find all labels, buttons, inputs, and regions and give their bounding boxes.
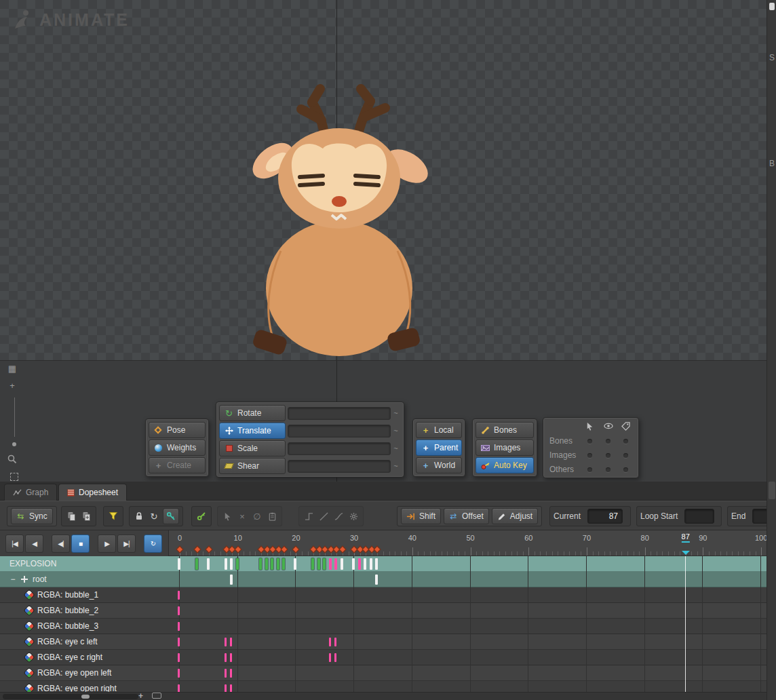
zoom-slider-handle[interactable] bbox=[12, 442, 16, 446]
lock-icon[interactable] bbox=[133, 510, 145, 522]
key-icon[interactable] bbox=[163, 508, 179, 524]
others-label-toggle[interactable] bbox=[623, 467, 628, 472]
keyframe[interactable] bbox=[236, 558, 239, 570]
current-frame-marker[interactable] bbox=[682, 551, 690, 555]
translate-tool-button[interactable]: Translate bbox=[219, 423, 286, 439]
track-row-explosion[interactable]: EXPLOSION bbox=[0, 556, 767, 572]
zoom-slider[interactable] bbox=[14, 397, 15, 437]
loop-button[interactable]: ↻ bbox=[144, 534, 162, 553]
rotate-tool-button[interactable]: ↻ Rotate bbox=[219, 405, 286, 421]
translate-curve-icon[interactable]: ~ bbox=[391, 427, 401, 435]
track-row-rgba-eye-c-left[interactable]: RGBA: eye c left bbox=[0, 634, 767, 650]
character-deer[interactable] bbox=[224, 78, 454, 363]
shear-tool-button[interactable]: Shear bbox=[219, 458, 286, 474]
tab-graph[interactable]: Graph bbox=[4, 484, 57, 501]
loop-start-field[interactable] bbox=[684, 509, 714, 524]
play-button[interactable]: ▶ bbox=[98, 534, 116, 553]
keyframe[interactable] bbox=[352, 558, 355, 570]
tab-dopesheet[interactable]: Dopesheet bbox=[58, 484, 127, 501]
shear-curve-icon[interactable]: ~ bbox=[391, 462, 401, 470]
select-images-button[interactable]: Images bbox=[476, 440, 534, 456]
select-cursor-icon[interactable] bbox=[221, 510, 233, 522]
delete-icon[interactable]: × bbox=[236, 510, 248, 522]
offset-button[interactable]: ⇄ Offset bbox=[444, 508, 489, 524]
grid-settings-icon[interactable]: ▦ bbox=[7, 364, 18, 374]
keyframe[interactable] bbox=[311, 558, 314, 570]
key-green-icon[interactable] bbox=[195, 510, 208, 522]
keyframe[interactable] bbox=[230, 684, 232, 692]
keyframe[interactable] bbox=[334, 558, 337, 570]
cycle-icon[interactable]: ↻ bbox=[148, 510, 160, 522]
keyframe[interactable] bbox=[259, 558, 262, 570]
keyframe[interactable] bbox=[329, 558, 332, 570]
images-visible-toggle[interactable] bbox=[606, 453, 610, 458]
track-row-rgba-bubble-1[interactable]: RGBA: bubble_1 bbox=[0, 587, 767, 603]
weights-button[interactable]: Weights bbox=[149, 440, 206, 456]
hscroll-thumb[interactable] bbox=[81, 695, 90, 699]
current-frame-field[interactable]: 87 bbox=[587, 509, 623, 524]
shift-button[interactable]: Shift bbox=[401, 508, 441, 524]
copy-icon[interactable] bbox=[65, 510, 77, 522]
local-axes-button[interactable]: + Local bbox=[416, 422, 462, 438]
bones-visible-toggle[interactable] bbox=[606, 439, 610, 444]
keyframe[interactable] bbox=[334, 638, 336, 646]
track-row-rgba-eye-open-left[interactable]: RGBA: eye open left bbox=[0, 665, 767, 681]
keyframe[interactable] bbox=[329, 653, 331, 662]
rotate-value-track[interactable] bbox=[288, 407, 391, 420]
cursor-icon[interactable] bbox=[585, 421, 595, 431]
adjust-button[interactable]: Adjust bbox=[492, 508, 538, 524]
keyframe[interactable] bbox=[195, 558, 198, 570]
keyframe[interactable] bbox=[225, 669, 227, 678]
keyframe[interactable] bbox=[178, 638, 180, 646]
timeline-fit-icon[interactable] bbox=[152, 693, 161, 699]
sync-button[interactable]: ⇆ Sync bbox=[11, 508, 53, 524]
keyframe[interactable] bbox=[334, 653, 336, 662]
world-axes-button[interactable]: + World bbox=[416, 457, 462, 473]
others-visible-toggle[interactable] bbox=[606, 467, 610, 472]
paste-icon[interactable] bbox=[80, 510, 92, 522]
keyframe[interactable] bbox=[207, 558, 210, 570]
clear-icon[interactable]: ∅ bbox=[251, 510, 263, 522]
keyframe[interactable] bbox=[375, 575, 378, 585]
keyframe[interactable] bbox=[277, 558, 279, 570]
collapse-toggle[interactable]: − bbox=[9, 575, 16, 584]
keyframe[interactable] bbox=[323, 558, 326, 570]
bones-label-toggle[interactable] bbox=[623, 439, 628, 444]
track-row-rgba-bubble-2[interactable]: RGBA: bubble_2 bbox=[0, 603, 767, 619]
keyframe[interactable] bbox=[225, 684, 227, 692]
keyframe[interactable] bbox=[364, 558, 366, 570]
skip-start-button[interactable]: |◀ bbox=[5, 534, 24, 553]
eye-icon[interactable] bbox=[604, 421, 613, 431]
keyframe[interactable] bbox=[329, 638, 331, 646]
track-row-rgba-eye-c-right[interactable]: RGBA: eye c right bbox=[0, 650, 767, 665]
keyframe[interactable] bbox=[225, 638, 227, 646]
pose-button[interactable]: Pose bbox=[149, 422, 206, 438]
keyframe[interactable] bbox=[178, 606, 180, 615]
keyframe[interactable] bbox=[178, 591, 180, 600]
keyframe[interactable] bbox=[230, 575, 233, 585]
timeline-hscrollbar[interactable]: + bbox=[0, 692, 767, 700]
skip-end-button[interactable]: ▶| bbox=[117, 534, 136, 553]
select-bones-button[interactable]: Bones bbox=[476, 422, 534, 438]
right-collapsed-panel[interactable]: S B bbox=[767, 0, 776, 700]
keyframe[interactable] bbox=[225, 558, 227, 570]
magnifier-icon[interactable] bbox=[7, 454, 18, 466]
timeline-zoom-plus-icon[interactable]: + bbox=[138, 691, 143, 700]
keyframe[interactable] bbox=[178, 684, 180, 692]
keyframe[interactable] bbox=[370, 558, 372, 570]
others-select-toggle[interactable] bbox=[587, 467, 592, 472]
track-row-root[interactable]: −root bbox=[0, 572, 767, 587]
keyframe[interactable] bbox=[341, 558, 343, 570]
bones-select-toggle[interactable] bbox=[587, 439, 592, 444]
translate-value-track[interactable] bbox=[288, 425, 391, 438]
step-back-button[interactable]: ◀ bbox=[25, 534, 43, 553]
keyframe[interactable] bbox=[282, 558, 285, 570]
keyframe[interactable] bbox=[265, 558, 268, 570]
clipboard-icon[interactable] bbox=[266, 510, 278, 522]
collapsed-panel-icon[interactable] bbox=[769, 3, 775, 10]
images-label-toggle[interactable] bbox=[623, 453, 628, 458]
current-frame-line[interactable] bbox=[685, 556, 686, 692]
keyframe[interactable] bbox=[178, 669, 180, 678]
auto-key-button[interactable]: Auto Key bbox=[476, 457, 534, 473]
scale-tool-button[interactable]: Scale bbox=[219, 440, 286, 456]
